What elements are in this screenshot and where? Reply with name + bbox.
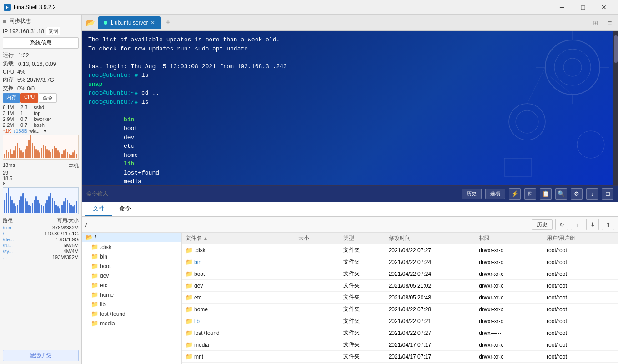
download-icon-button[interactable]: ↓ [586,188,598,200]
folder-icon: 📁 [186,294,193,301]
add-tab-button[interactable]: + [161,16,174,29]
maximize-button[interactable]: □ [573,0,593,15]
tab-label: 1 ubuntu server [110,20,148,26]
ping-row: 13ms 本机 [3,162,79,169]
upgrade-button[interactable]: 激活/升级 [3,350,79,361]
file-mtime-disk: 2021/04/22 07:27 [389,247,479,254]
lightning-icon-button[interactable]: ⚡ [509,188,521,200]
file-history-button[interactable]: 历史 [532,219,553,230]
tree-item-etc[interactable]: 📁 etc [82,280,181,290]
file-type-disk: 文件夹 [343,246,388,254]
tab-file[interactable]: 文件 [85,202,112,216]
file-type-home: 文件夹 [343,305,388,313]
link-folder-icon: 📁 [186,259,193,265]
grid-view-button[interactable]: ⊞ [589,16,602,29]
file-type-media: 文件夹 [343,341,388,349]
file-user-mnt: root/root [547,354,614,360]
folder-icon: 📁 [91,272,98,279]
copy-ip-button[interactable]: 复制 [46,27,60,35]
file-mtime-etc: 2021/08/05 20:48 [389,294,479,301]
tab-proc-mem[interactable]: 内存 [3,93,20,103]
runtime-value: 1:32 [18,52,29,59]
file-row-lostfound[interactable]: 📁 lost+found 文件夹 2021/04/22 07:27 drwx--… [182,327,618,339]
settings-icon-button[interactable]: ⚙ [571,188,583,200]
folder-icon: 📁 [91,291,98,298]
proc-row: 2.2M 0.7 bash [3,122,79,128]
file-row-home[interactable]: 📁 home 文件夹 2021/04/22 07:28 drwxr-xr-x r… [182,304,618,315]
file-row-bin[interactable]: 📁 bin 文件夹 2021/04/22 07:24 drwxr-xr-x ro… [182,256,618,268]
fullscreen-icon-button[interactable]: ⊡ [602,188,613,200]
file-row-media[interactable]: 📁 media 文件夹 2021/04/17 07:17 drwxr-xr-x … [182,339,618,351]
folder-icon: 📁 [186,247,193,254]
file-row-mnt[interactable]: 📁 mnt 文件夹 2021/04/17 07:17 drwxr-xr-x ro… [182,351,618,363]
file-row-lib[interactable]: 📁 lib 文件夹 2021/04/22 07:21 drwxr-xr-x ro… [182,315,618,327]
tree-label-lostfound: lost+found [100,311,126,317]
tree-item-media[interactable]: 📁 media [82,319,181,328]
tab-command[interactable]: 命令 [112,202,138,216]
file-row-boot[interactable]: 📁 boot 文件夹 2021/04/22 07:24 drwxr-xr-x r… [182,268,618,280]
tab-proc-cmd[interactable]: 命令 [39,93,57,103]
col-header-size[interactable]: 大小 [298,234,343,242]
path-size-1: 110.3G/117.1G [45,231,79,236]
titlebar-controls: ─ □ ✕ [552,0,614,15]
folder-icon: 📁 [186,341,193,348]
proc-name-3: bash [34,122,45,128]
process-tabs: 内存 CPU 命令 [3,93,79,103]
close-button[interactable]: ✕ [593,0,614,15]
file-row-etc[interactable]: 📁 etc 文件夹 2021/08/05 20:48 drwxr-xr-x ro… [182,292,618,304]
options-button[interactable]: 选项 [485,189,505,199]
minimize-button[interactable]: ─ [552,0,573,15]
file-user-disk: root/root [547,247,614,254]
tree-item-boot[interactable]: 📁 boot [82,261,181,271]
sidebar: 同步状态 IP 192.168.31.18 复制 系统信息 运行 1:32 负载… [0,15,82,364]
tab-close-icon[interactable]: ✕ [151,20,155,26]
terminal-scrollbar[interactable] [613,31,618,185]
term-line-2 [88,53,612,62]
list-view-button[interactable]: ≡ [603,16,616,29]
col-header-user[interactable]: 用户/用户组 [547,234,614,242]
file-row-disk[interactable]: 📁 .disk 文件夹 2021/04/22 07:27 drwxr-xr-x … [182,244,618,256]
tree-item-root[interactable]: 📂 / [82,233,181,242]
command-input[interactable] [86,191,458,197]
term-ls-line: bin boot dev etc home lib lost+found med… [88,106,612,185]
ping-val3: 8 [3,181,5,186]
tree-item-lostfound[interactable]: 📁 lost+found [82,309,181,319]
proc-cpu-2: 0.7 [20,116,32,122]
search-icon-button[interactable]: 🔍 [555,188,567,200]
sync-label: 同步状态 [9,17,31,25]
download-file-button[interactable]: ⬇ [586,219,599,230]
tree-item-bin[interactable]: 📁 bin [82,252,181,261]
tab-ubuntu-server[interactable]: 1 ubuntu server ✕ [98,16,161,29]
upload-file-button[interactable]: ⬆ [602,219,614,230]
col-header-perm[interactable]: 权限 [479,234,547,242]
tree-item-disk[interactable]: 📁 .disk [82,242,181,252]
tree-item-dev[interactable]: 📁 dev [82,271,181,280]
col-header-name[interactable]: 文件名 ▲ [186,234,298,242]
terminal[interactable]: The list of available updates is more th… [82,31,618,185]
folder-icon: 📁 [186,353,193,360]
file-user-boot: root/root [547,271,614,277]
tree-item-lib[interactable]: 📁 lib [82,299,181,309]
folder-icon-button[interactable]: 📂 [84,16,97,29]
refresh-button[interactable]: ↻ [555,219,568,230]
paste-icon-button[interactable]: 📋 [540,188,552,200]
sysinfo-button[interactable]: 系统信息 [3,37,79,49]
copy-icon-button[interactable]: ⎘ [524,188,536,200]
net-dropdown-arrow[interactable]: ▼ [43,128,48,134]
folder-icon: 📁 [186,306,193,313]
link-folder-icon: 📁 [186,318,193,324]
ping-chart-bars [3,188,78,214]
proc-cpu-0: 2.3 [20,105,32,110]
folder-icon: 📁 [91,263,98,269]
file-row-dev[interactable]: 📁 dev 文件夹 2021/08/05 21:02 drwxr-xr-x ro… [182,280,618,292]
tab-bar: 📂 1 ubuntu server ✕ + ⊞ ≡ [82,15,618,31]
history-button[interactable]: 历史 [462,189,482,199]
path-size-4: 4M/4M [63,249,79,254]
col-header-type[interactable]: 类型 [343,234,388,242]
runtime-row: 运行 1:32 [3,51,79,59]
titlebar: F FinalShell 3.9.2.2 ─ □ ✕ [0,0,618,15]
tab-proc-cpu[interactable]: CPU [20,93,38,103]
tree-item-home[interactable]: 📁 home [82,290,181,299]
up-dir-button[interactable]: ↑ [571,219,583,230]
col-header-mtime[interactable]: 修改时间 [389,234,479,242]
